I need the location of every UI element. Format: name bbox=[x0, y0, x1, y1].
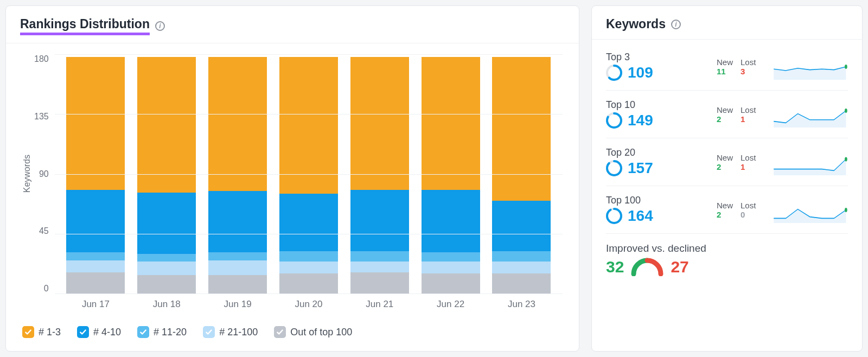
bar-segment bbox=[66, 57, 125, 190]
rankings-plot bbox=[54, 54, 563, 294]
keywords-row-label: Top 3 bbox=[606, 52, 709, 63]
svg-point-8 bbox=[845, 157, 847, 161]
gridline bbox=[55, 294, 563, 294]
gridline bbox=[55, 234, 563, 234]
keywords-main: Top 10 149 bbox=[606, 99, 709, 129]
rankings-legend: # 1-3# 4-10# 11-20# 21-100Out of top 100 bbox=[6, 315, 579, 351]
checkbox-icon bbox=[77, 326, 89, 338]
legend-label: # 4-10 bbox=[93, 327, 121, 338]
keywords-title: Keywords bbox=[606, 17, 666, 31]
x-tick: Jun 20 bbox=[279, 299, 338, 310]
new-value: 2 bbox=[717, 114, 733, 124]
rankings-chart-body: Keywords 18013590450 bbox=[22, 54, 563, 294]
checkbox-icon bbox=[22, 326, 34, 338]
gridline bbox=[55, 114, 563, 114]
progress-ring-icon bbox=[606, 112, 622, 129]
bar-segment bbox=[137, 193, 196, 254]
bar-segment bbox=[208, 252, 267, 260]
keywords-row-value: 157 bbox=[628, 160, 653, 177]
gridline bbox=[55, 54, 563, 55]
legend-item[interactable]: # 11-20 bbox=[137, 326, 187, 338]
lost-label: Lost bbox=[741, 105, 756, 114]
x-axis: Jun 17Jun 18Jun 19Jun 20Jun 21Jun 22Jun … bbox=[22, 294, 563, 310]
y-tick: 0 bbox=[44, 284, 49, 294]
bar-segment bbox=[208, 57, 267, 191]
x-tick: Jun 22 bbox=[422, 299, 480, 310]
legend-item[interactable]: Out of top 100 bbox=[274, 326, 352, 338]
bar-segment bbox=[137, 254, 196, 262]
svg-point-2 bbox=[845, 65, 847, 69]
keywords-list: Top 3 109 New11 Lost3 Top 10 149 bbox=[592, 40, 862, 351]
x-tick: Jun 19 bbox=[208, 299, 267, 310]
y-tick: 90 bbox=[39, 169, 49, 179]
new-label: New bbox=[717, 201, 733, 210]
info-icon[interactable]: i bbox=[155, 21, 165, 31]
keywords-row[interactable]: Top 10 149 New2 Lost1 bbox=[606, 91, 848, 138]
keywords-main: Top 20 157 bbox=[606, 147, 709, 177]
bar-segment bbox=[350, 251, 409, 262]
y-axis-label: Keywords bbox=[22, 155, 32, 193]
y-tick: 135 bbox=[34, 112, 49, 122]
legend-label: # 1-3 bbox=[39, 327, 61, 338]
lost-label: Lost bbox=[741, 201, 756, 210]
bar-segment bbox=[350, 272, 409, 294]
bar-segment bbox=[492, 251, 551, 262]
keywords-row-label: Top 100 bbox=[606, 195, 709, 206]
progress-ring-icon bbox=[606, 208, 622, 224]
checkbox-icon bbox=[137, 326, 149, 338]
bar-segment bbox=[422, 262, 480, 273]
dashboard: Rankings Distribution i Keywords 1801359… bbox=[0, 0, 868, 357]
checkbox-icon bbox=[274, 326, 286, 338]
x-tick: Jun 21 bbox=[350, 299, 409, 310]
bar-segment bbox=[66, 190, 125, 252]
svg-point-5 bbox=[845, 109, 847, 113]
bar-segment bbox=[208, 191, 267, 252]
bar-segment bbox=[350, 190, 409, 251]
keywords-row[interactable]: Top 100 164 New2 Lost0 bbox=[606, 186, 848, 234]
bar-segment bbox=[350, 262, 409, 272]
legend-item[interactable]: # 1-3 bbox=[22, 326, 61, 338]
progress-ring-icon bbox=[606, 160, 622, 176]
keywords-main: Top 3 109 bbox=[606, 52, 709, 81]
sparkline bbox=[773, 149, 848, 175]
bar-segment bbox=[422, 190, 480, 252]
improved-value: 32 bbox=[606, 258, 624, 276]
rankings-chart-area: Keywords 18013590450 Jun 17Jun 18Jun 19J… bbox=[6, 43, 579, 315]
y-axis-ticks: 18013590450 bbox=[34, 54, 54, 294]
svg-point-11 bbox=[845, 208, 847, 212]
lost-value: 1 bbox=[741, 162, 756, 171]
keywords-meta: New2 Lost1 bbox=[717, 105, 765, 124]
new-value: 2 bbox=[717, 210, 733, 219]
keywords-main: Top 100 164 bbox=[606, 195, 709, 225]
improved-declined: Improved vs. declined 32 27 bbox=[606, 234, 848, 276]
x-tick: Jun 17 bbox=[66, 299, 125, 310]
y-tick: 180 bbox=[34, 54, 49, 64]
bar-segment bbox=[137, 262, 196, 275]
new-label: New bbox=[717, 153, 733, 162]
bar-segment bbox=[422, 273, 480, 294]
keywords-row[interactable]: Top 3 109 New11 Lost3 bbox=[606, 43, 848, 91]
legend-label: # 21-100 bbox=[219, 327, 258, 338]
keywords-row[interactable]: Top 20 157 New2 Lost1 bbox=[606, 138, 848, 186]
x-tick: Jun 23 bbox=[492, 299, 551, 310]
legend-item[interactable]: # 4-10 bbox=[77, 326, 121, 338]
keywords-meta: New11 Lost3 bbox=[717, 58, 765, 76]
bar-segment bbox=[279, 262, 338, 273]
bar-segment bbox=[350, 57, 409, 190]
lost-value: 0 bbox=[741, 210, 756, 219]
rankings-distribution-title: Rankings Distribution bbox=[20, 17, 150, 35]
info-icon[interactable]: i bbox=[671, 20, 681, 29]
bar-segment bbox=[492, 57, 551, 201]
gauge-icon bbox=[630, 258, 664, 276]
new-value: 2 bbox=[717, 162, 733, 171]
new-value: 11 bbox=[717, 67, 733, 76]
legend-label: Out of top 100 bbox=[290, 327, 352, 338]
sparkline bbox=[773, 197, 848, 223]
keywords-header: Keywords i bbox=[592, 6, 862, 40]
new-label: New bbox=[717, 105, 733, 114]
svg-point-10 bbox=[607, 209, 621, 223]
new-label: New bbox=[717, 58, 733, 67]
x-tick: Jun 18 bbox=[137, 299, 196, 310]
legend-item[interactable]: # 21-100 bbox=[203, 326, 258, 338]
bar-segment bbox=[137, 275, 196, 294]
